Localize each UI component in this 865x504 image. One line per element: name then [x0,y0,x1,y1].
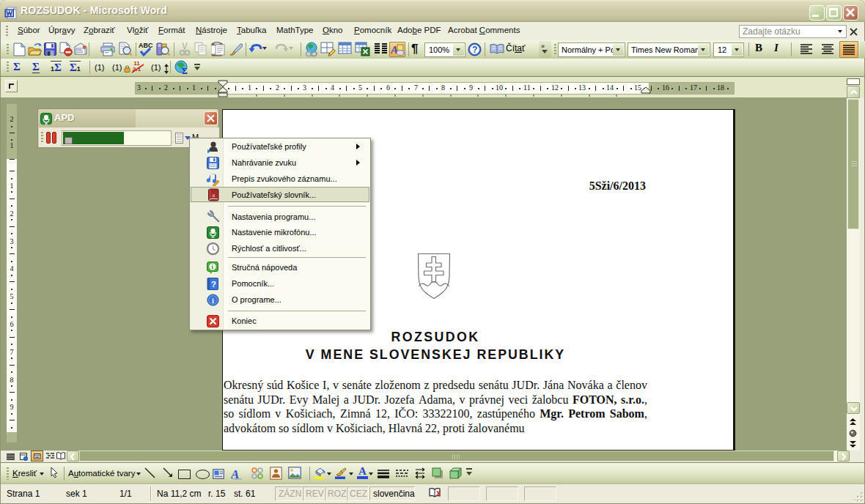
svg-text:?: ? [472,45,477,55]
svg-text:A: A [231,467,239,480]
svg-text:a: a [213,192,216,199]
svg-text:Σ: Σ [182,66,188,75]
svg-text:i: i [212,297,214,305]
svg-text:?: ? [211,280,216,289]
svg-text:ABC: ABC [139,42,153,49]
